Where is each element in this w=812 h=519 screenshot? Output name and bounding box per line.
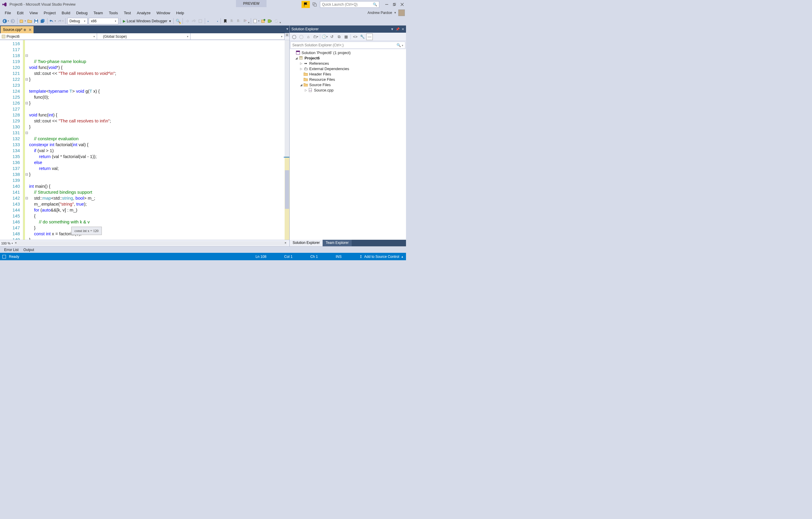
solution-icon [296,50,300,55]
menu-edit[interactable]: Edit [14,10,26,16]
expander-icon[interactable]: ◢ [299,83,303,86]
feedback-flag-icon[interactable] [301,1,310,8]
publish-icon: ↥ [359,254,362,259]
menu-tools[interactable]: Tools [106,10,121,16]
platform-combo[interactable]: x86▾ [89,18,118,24]
svg-point-8 [11,19,15,23]
nav-back-button[interactable]: ▾ [2,18,9,24]
bookmark-button[interactable] [222,18,229,24]
svg-rect-22 [299,56,302,57]
svg-rect-9 [20,20,23,23]
project-icon [2,35,5,38]
scope-icon[interactable]: 🗀▾ [312,33,319,40]
menu-team[interactable]: Team [90,10,106,16]
svg-rect-10 [35,19,37,21]
window-menu-icon[interactable]: ▼ [390,27,394,31]
close-button[interactable] [398,1,406,7]
tab-output[interactable]: Output [21,247,36,252]
menu-view[interactable]: View [26,10,41,16]
vertical-scrollbar[interactable] [285,40,289,240]
next-bookmark-button [235,18,241,24]
pending-changes-icon[interactable]: 🕓▾ [321,33,328,40]
nav-scope-combo[interactable]: (Global Scope)▾ [97,33,191,40]
user-menu[interactable]: Andrew Pardoe ▼ [368,9,405,16]
svg-point-17 [264,19,265,21]
notifications-icon[interactable] [312,1,318,7]
undo-button[interactable]: ▾ [49,18,56,24]
svg-rect-18 [268,20,270,23]
sync-icon[interactable]: ↺ [328,33,335,40]
home-icon[interactable]: ⌂ [305,33,312,40]
menu-test[interactable]: Test [121,10,134,16]
nav-member-combo[interactable]: ▾ [190,33,285,40]
zoom-combo[interactable]: 100 %▾ [1,242,13,245]
menu-project[interactable]: Project [41,10,58,16]
solution-explorer-search[interactable]: Search Solution Explorer (Ctrl+;) 🔍 ▾ [290,42,405,49]
menu-help[interactable]: Help [173,10,187,16]
nav-project-combo[interactable]: Project6▾ [0,33,97,40]
document-tab[interactable]: Source.cpp* ⊕ ✕ [1,26,33,33]
horizontal-scrollbar[interactable] [14,241,287,245]
solution-tree[interactable]: Solution 'Project6' (1 project) ◢Project… [290,49,406,240]
preview-icon[interactable]: — [366,33,373,40]
quick-launch-input[interactable]: Quick Launch (Ctrl+Q) 🔍 [320,1,379,8]
tab-team-explorer[interactable]: Team Explorer [323,240,351,246]
scroll-thumb[interactable] [285,170,289,209]
menu-window[interactable]: Window [153,10,173,16]
new-item-button[interactable]: ▾ [252,18,260,24]
code-area[interactable]: // Two-phase name lookupvoid func(void*)… [28,40,285,240]
menu-build[interactable]: Build [59,10,73,16]
expander-icon[interactable]: ◢ [294,56,298,60]
expander-icon[interactable]: ▷ [299,62,303,65]
tree-node: Header Files [309,72,331,76]
nav-forward-button[interactable] [9,18,16,24]
menu-file[interactable]: File [2,10,14,16]
tab-overflow-icon[interactable]: ▼ [286,27,289,31]
redo-button[interactable]: ▾ [56,18,64,24]
find-in-files-button[interactable]: 🔍⚡ [175,18,181,24]
class-wizard-button[interactable] [266,18,273,24]
forward-icon[interactable]: ◯ [298,33,304,40]
fold-column[interactable]: ⊟⊟⊟⊟⊟⊟ [25,40,28,240]
folder-icon [303,82,308,87]
expander-icon[interactable]: ▷ [299,67,303,71]
open-file-button[interactable] [26,18,33,24]
svg-rect-15 [254,19,256,23]
add-class-button[interactable] [260,18,266,24]
close-tab-icon[interactable]: ✕ [28,28,32,32]
pin-icon[interactable]: ⊕ [24,28,26,32]
split-editor-icon[interactable]: ▤ [285,33,289,36]
chevron-down-icon: ▼ [394,11,397,14]
collapse-all-icon[interactable]: ⧉ [336,33,342,40]
menu-debug[interactable]: Debug [73,10,90,16]
configuration-combo[interactable]: Debug▾ [67,18,88,24]
tree-node: Resource Files [309,77,335,82]
decrease-indent-button[interactable] [206,18,213,24]
solution-explorer-title[interactable]: Solution Explorer ▼ 📌 ✕ [290,26,406,33]
bottom-tool-tabs: Error List Output [0,246,406,253]
autohide-pin-icon[interactable]: 📌 [396,27,400,31]
properties-icon[interactable]: 🔧 [359,33,366,40]
code-editor[interactable]: 1161171181191201211221231241251261271281… [0,40,289,240]
save-all-button[interactable] [39,18,46,24]
expander-icon[interactable]: ▷ [304,88,308,92]
maximize-button[interactable] [390,1,398,7]
source-control-button[interactable]: ↥ Add to Source Control ▲ [359,254,404,259]
view-code-icon[interactable]: <> [352,33,358,40]
back-icon[interactable]: ◯ [291,33,297,40]
tab-solution-explorer[interactable]: Solution Explorer [290,240,323,246]
increase-indent-button[interactable] [213,18,219,24]
start-debugging-button[interactable]: ▶ Local Windows Debugger ▾ [122,19,172,23]
tab-error-list[interactable]: Error List [2,247,21,252]
close-panel-icon[interactable]: ✕ [402,27,404,31]
clear-bookmarks-button [241,18,248,24]
minimize-button[interactable] [383,1,390,7]
quick-launch-placeholder: Quick Launch (Ctrl+Q) [322,2,358,6]
prev-bookmark-button [229,18,235,24]
show-all-icon[interactable]: ▦ [343,33,349,40]
project-icon [298,56,303,60]
menu-analyze[interactable]: Analyze [134,10,153,16]
main-toolbar: ▾ ▾ ▾ ▾ Debug▾ x86▾ ▶ Local Windows Debu… [0,17,406,26]
new-project-button[interactable]: ▾ [19,18,26,24]
save-button[interactable] [33,18,39,24]
